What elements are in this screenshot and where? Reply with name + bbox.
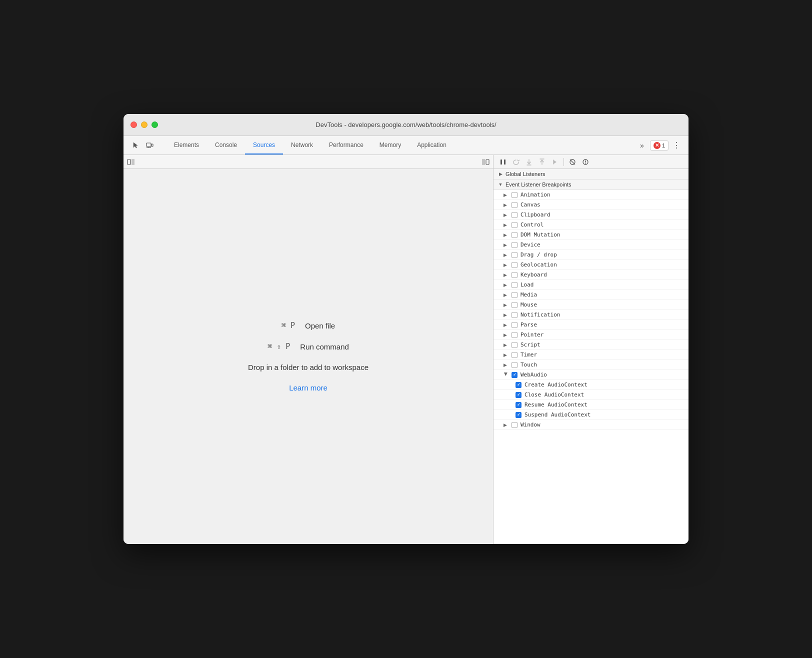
more-tabs-button[interactable]: » bbox=[636, 140, 648, 152]
script-expand-icon: ▶ bbox=[504, 342, 508, 348]
step-out-button[interactable] bbox=[536, 156, 548, 168]
mouse-checkbox[interactable] bbox=[512, 302, 518, 308]
event-listener-breakpoints-header[interactable]: ▼ Event Listener Breakpoints bbox=[494, 180, 688, 190]
tab-network[interactable]: Network bbox=[283, 136, 321, 154]
bp-window[interactable]: ▶ Window bbox=[494, 420, 688, 430]
show-navigator-icon[interactable] bbox=[126, 156, 136, 168]
parse-checkbox[interactable] bbox=[512, 322, 518, 328]
device-label: Device bbox=[520, 242, 540, 248]
bp-canvas[interactable]: ▶ Canvas bbox=[494, 200, 688, 210]
touch-label: Touch bbox=[520, 362, 537, 368]
drop-folder-text: Drop in a folder to add to workspace bbox=[248, 363, 368, 372]
device-icon[interactable] bbox=[144, 140, 156, 152]
step-over-button[interactable] bbox=[510, 156, 522, 168]
step-button[interactable] bbox=[550, 156, 560, 168]
animation-label: Animation bbox=[520, 192, 550, 198]
global-listeners-header[interactable]: ▶ Global Listeners bbox=[494, 169, 688, 180]
suspend-audio-context-checkbox[interactable] bbox=[516, 412, 522, 418]
bp-create-audio-context[interactable]: Create AudioContext bbox=[494, 380, 688, 390]
toolbar-separator bbox=[564, 158, 564, 166]
tab-memory[interactable]: Memory bbox=[372, 136, 409, 154]
script-checkbox[interactable] bbox=[512, 342, 518, 348]
error-badge[interactable]: ✕ 1 bbox=[650, 140, 668, 150]
bp-drag-drop[interactable]: ▶ Drag / drop bbox=[494, 250, 688, 260]
notification-checkbox[interactable] bbox=[512, 312, 518, 318]
canvas-checkbox[interactable] bbox=[512, 202, 518, 208]
learn-more-link[interactable]: Learn more bbox=[289, 384, 328, 392]
window-checkbox[interactable] bbox=[512, 422, 518, 428]
bp-pointer[interactable]: ▶ Pointer bbox=[494, 330, 688, 340]
pause-on-exceptions-button[interactable] bbox=[580, 156, 591, 168]
tab-application[interactable]: Application bbox=[409, 136, 454, 154]
bp-timer[interactable]: ▶ Timer bbox=[494, 350, 688, 360]
timer-checkbox[interactable] bbox=[512, 352, 518, 358]
resume-audio-context-checkbox[interactable] bbox=[516, 402, 522, 408]
main-tabs: Elements Console Sources Network Perform… bbox=[166, 136, 454, 154]
step-into-button[interactable] bbox=[524, 156, 534, 168]
tab-elements[interactable]: Elements bbox=[166, 136, 207, 154]
open-file-shortcut: ⌘ P bbox=[282, 321, 295, 330]
webaudio-expand-icon: ▶ bbox=[504, 372, 508, 378]
left-panel: ⌘ P Open file ⌘ ⇧ P Run command Drop in … bbox=[124, 155, 494, 544]
tab-performance[interactable]: Performance bbox=[321, 136, 372, 154]
touch-checkbox[interactable] bbox=[512, 362, 518, 368]
bp-resume-audio-context[interactable]: Resume AudioContext bbox=[494, 400, 688, 410]
bp-close-audio-context[interactable]: Close AudioContext bbox=[494, 390, 688, 400]
bp-mouse[interactable]: ▶ Mouse bbox=[494, 300, 688, 310]
window-label: Window bbox=[520, 422, 540, 428]
deactivate-breakpoints-button[interactable] bbox=[567, 156, 578, 168]
webaudio-checkbox[interactable] bbox=[512, 372, 518, 378]
close-audio-context-checkbox[interactable] bbox=[516, 392, 522, 398]
clipboard-expand-icon: ▶ bbox=[504, 212, 508, 218]
device-checkbox[interactable] bbox=[512, 242, 518, 248]
event-listener-arrow: ▼ bbox=[498, 182, 504, 188]
bp-device[interactable]: ▶ Device bbox=[494, 240, 688, 250]
bp-keyboard[interactable]: ▶ Keyboard bbox=[494, 270, 688, 280]
bp-animation[interactable]: ▶ Animation bbox=[494, 190, 688, 200]
minimize-button[interactable] bbox=[141, 122, 148, 128]
window-expand-icon: ▶ bbox=[504, 422, 508, 428]
load-checkbox[interactable] bbox=[512, 282, 518, 288]
clipboard-checkbox[interactable] bbox=[512, 212, 518, 218]
parse-expand-icon: ▶ bbox=[504, 322, 508, 328]
animation-checkbox[interactable] bbox=[512, 192, 518, 198]
notification-expand-icon: ▶ bbox=[504, 312, 508, 318]
svg-point-22 bbox=[585, 163, 586, 164]
bp-load[interactable]: ▶ Load bbox=[494, 280, 688, 290]
control-checkbox[interactable] bbox=[512, 222, 518, 228]
resume-audio-context-label: Resume AudioContext bbox=[524, 402, 588, 408]
tab-console[interactable]: Console bbox=[207, 136, 245, 154]
drag-drop-expand-icon: ▶ bbox=[504, 252, 508, 258]
maximize-button[interactable] bbox=[152, 122, 158, 128]
svg-rect-21 bbox=[585, 160, 586, 162]
title-bar: DevTools - developers.google.com/web/too… bbox=[124, 114, 688, 136]
bp-suspend-audio-context[interactable]: Suspend AudioContext bbox=[494, 410, 688, 420]
cursor-icon[interactable] bbox=[130, 140, 142, 152]
bp-touch[interactable]: ▶ Touch bbox=[494, 360, 688, 370]
drag-drop-checkbox[interactable] bbox=[512, 252, 518, 258]
bp-webaudio[interactable]: ▶ WebAudio bbox=[494, 370, 688, 380]
bp-clipboard[interactable]: ▶ Clipboard bbox=[494, 210, 688, 220]
create-audio-context-checkbox[interactable] bbox=[516, 382, 522, 388]
media-checkbox[interactable] bbox=[512, 292, 518, 298]
more-options-button[interactable]: ⋮ bbox=[670, 140, 682, 152]
right-panel: ▶ Global Listeners ▼ Event Listener Brea… bbox=[494, 155, 688, 544]
keyboard-checkbox[interactable] bbox=[512, 272, 518, 278]
bp-parse[interactable]: ▶ Parse bbox=[494, 320, 688, 330]
geolocation-checkbox[interactable] bbox=[512, 262, 518, 268]
pointer-checkbox[interactable] bbox=[512, 332, 518, 338]
toolbar-left bbox=[126, 136, 166, 154]
bp-notification[interactable]: ▶ Notification bbox=[494, 310, 688, 320]
dom-mutation-checkbox[interactable] bbox=[512, 232, 518, 238]
suspend-audio-context-label: Suspend AudioContext bbox=[524, 412, 590, 418]
bp-script[interactable]: ▶ Script bbox=[494, 340, 688, 350]
show-debugger-icon[interactable] bbox=[480, 156, 491, 168]
bp-dom-mutation[interactable]: ▶ DOM Mutation bbox=[494, 230, 688, 240]
bp-media[interactable]: ▶ Media bbox=[494, 290, 688, 300]
close-button[interactable] bbox=[130, 122, 137, 128]
pause-button[interactable] bbox=[498, 156, 508, 168]
dom-mutation-expand-icon: ▶ bbox=[504, 232, 508, 238]
bp-geolocation[interactable]: ▶ Geolocation bbox=[494, 260, 688, 270]
tab-sources[interactable]: Sources bbox=[245, 136, 283, 154]
bp-control[interactable]: ▶ Control bbox=[494, 220, 688, 230]
